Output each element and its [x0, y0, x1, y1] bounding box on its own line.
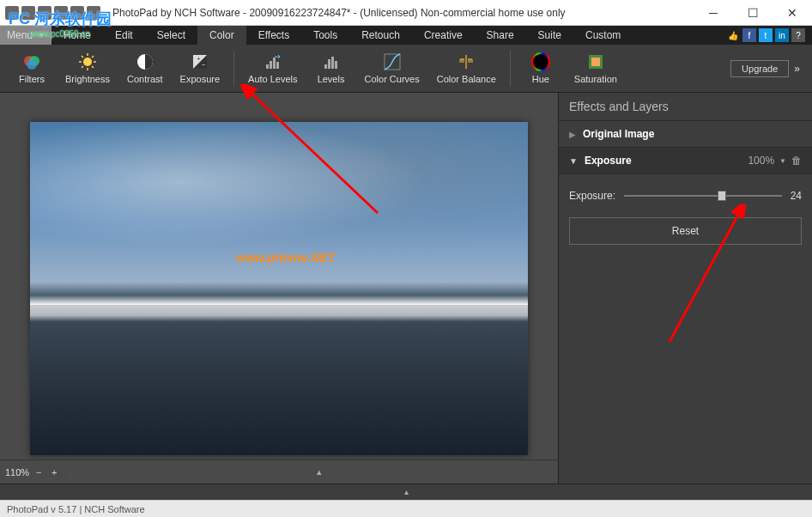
- canvas-footer: 110% − + | ▴: [0, 459, 558, 484]
- upgrade-button[interactable]: Upgrade: [730, 60, 789, 77]
- filters-icon: [22, 52, 41, 71]
- window-title: PhotoPad by NCH Software - 2009091622372…: [106, 7, 694, 19]
- reset-button[interactable]: Reset: [569, 217, 802, 245]
- exposure-panel-body: Exposure: 24 Reset: [559, 174, 812, 260]
- svg-rect-17: [270, 61, 272, 69]
- canvas-image[interactable]: www.pHome.NET: [30, 122, 528, 455]
- qat-new-icon[interactable]: [21, 6, 35, 20]
- qat-redo-icon[interactable]: [87, 6, 100, 20]
- svg-rect-18: [273, 58, 276, 69]
- color-balance-button[interactable]: Color Balance: [428, 52, 505, 84]
- canvas-area[interactable]: www.pHome.NET: [0, 93, 558, 484]
- qat-open-icon[interactable]: [38, 6, 52, 20]
- hue-button[interactable]: Hue: [516, 52, 566, 84]
- exposure-label: Exposure: [180, 74, 220, 84]
- menu-home[interactable]: Home: [52, 26, 103, 45]
- svg-line-10: [92, 56, 94, 58]
- menu-tools[interactable]: Tools: [301, 26, 349, 45]
- exposure-slider[interactable]: [624, 195, 782, 197]
- exposure-icon: +−: [191, 52, 209, 71]
- opacity-dropdown-icon[interactable]: ▼: [779, 157, 786, 165]
- qat-undo-icon[interactable]: [70, 6, 84, 20]
- svg-point-2: [27, 59, 37, 70]
- layer-original-label: Original Image: [583, 128, 654, 140]
- svg-text:−: −: [202, 61, 206, 69]
- help-icon[interactable]: ?: [791, 28, 805, 42]
- toolbar-overflow-icon[interactable]: »: [789, 63, 805, 75]
- menu-color[interactable]: Color: [197, 26, 246, 45]
- levels-button[interactable]: Levels: [306, 52, 356, 84]
- menu-bar: Menu ▼ Home Edit Select Color Effects To…: [0, 26, 812, 45]
- window-controls: ─ ☐ ✕: [694, 0, 812, 26]
- zoom-level[interactable]: 110%: [5, 467, 29, 477]
- hue-label: Hue: [532, 74, 549, 84]
- quick-access-toolbar: [0, 6, 106, 20]
- zoom-divider: |: [64, 466, 76, 478]
- image-watermark: www.pHome.NET: [236, 251, 335, 265]
- delete-layer-icon[interactable]: 🗑: [791, 155, 802, 167]
- menu-edit[interactable]: Edit: [103, 26, 145, 45]
- saturation-icon: [586, 52, 605, 71]
- filters-button[interactable]: Filters: [7, 52, 57, 84]
- exposure-slider-thumb[interactable]: [718, 191, 726, 201]
- app-icon: [5, 6, 19, 20]
- brightness-button[interactable]: Brightness: [57, 52, 118, 84]
- saturation-button[interactable]: Saturation: [566, 52, 626, 84]
- zoom-in-icon[interactable]: +: [48, 466, 60, 478]
- qat-save-icon[interactable]: [54, 6, 68, 20]
- effects-layers-panel: Effects and Layers ▶ Original Image ▼ Ex…: [558, 93, 812, 484]
- close-button[interactable]: ✕: [773, 0, 812, 26]
- contrast-button[interactable]: Contrast: [118, 52, 172, 84]
- zoom-out-icon[interactable]: −: [33, 466, 45, 478]
- main-area: www.pHome.NET Effects and Layers ▶ Origi…: [0, 93, 812, 484]
- svg-rect-26: [468, 59, 473, 63]
- svg-line-9: [92, 66, 94, 68]
- menu-suite[interactable]: Suite: [526, 26, 573, 45]
- twitter-icon[interactable]: t: [759, 28, 773, 42]
- auto-levels-button[interactable]: Auto Levels: [239, 52, 306, 84]
- menu-creative[interactable]: Creative: [412, 26, 475, 45]
- bottom-toggle-icon[interactable]: ▴: [0, 484, 812, 500]
- svg-point-28: [533, 54, 548, 70]
- facebook-icon[interactable]: f: [742, 28, 756, 42]
- svg-text:+: +: [197, 55, 201, 63]
- exposure-slider-row: Exposure: 24: [569, 190, 802, 202]
- layer-exposure[interactable]: ▼ Exposure 100% ▼ 🗑: [559, 148, 812, 174]
- menu-button[interactable]: Menu ▼: [0, 26, 52, 45]
- exposure-slider-value: 24: [791, 190, 802, 202]
- collapse-down-icon: ▼: [569, 156, 578, 166]
- color-curves-label: Color Curves: [365, 74, 420, 84]
- menu-select[interactable]: Select: [145, 26, 197, 45]
- panel-toggle-up-icon[interactable]: ▴: [81, 466, 558, 477]
- svg-line-8: [82, 56, 83, 58]
- color-curves-button[interactable]: Color Curves: [356, 52, 428, 84]
- maximize-button[interactable]: ☐: [733, 0, 773, 26]
- auto-levels-icon: [264, 52, 282, 71]
- svg-point-3: [83, 58, 92, 66]
- svg-line-11: [82, 66, 83, 68]
- title-bar: PhotoPad by NCH Software - 2009091622372…: [0, 0, 812, 26]
- toolbar-separator: [510, 51, 511, 87]
- contrast-label: Contrast: [127, 74, 163, 84]
- levels-label: Levels: [318, 74, 345, 84]
- filters-label: Filters: [19, 74, 45, 84]
- svg-rect-16: [266, 64, 269, 69]
- menu-share[interactable]: Share: [475, 26, 526, 45]
- svg-rect-25: [459, 59, 464, 63]
- menu-retouch[interactable]: Retouch: [349, 26, 412, 45]
- exposure-button[interactable]: +− Exposure: [172, 52, 228, 84]
- svg-rect-22: [331, 57, 334, 69]
- minimize-button[interactable]: ─: [694, 0, 733, 26]
- panel-title: Effects and Layers: [559, 93, 812, 121]
- menu-effects[interactable]: Effects: [246, 26, 301, 45]
- toolbar: Filters Brightness Contrast +− Exposure …: [0, 45, 812, 93]
- exposure-slider-label: Exposure:: [569, 190, 615, 202]
- social-icons: 👍 f t in ?: [726, 26, 812, 45]
- svg-rect-20: [324, 64, 327, 69]
- collapse-right-icon: ▶: [569, 130, 576, 139]
- like-icon[interactable]: 👍: [726, 28, 740, 42]
- linkedin-icon[interactable]: in: [775, 28, 789, 42]
- layer-original-image[interactable]: ▶ Original Image: [559, 121, 812, 148]
- chevron-down-icon: ▼: [38, 32, 45, 40]
- menu-custom[interactable]: Custom: [573, 26, 633, 45]
